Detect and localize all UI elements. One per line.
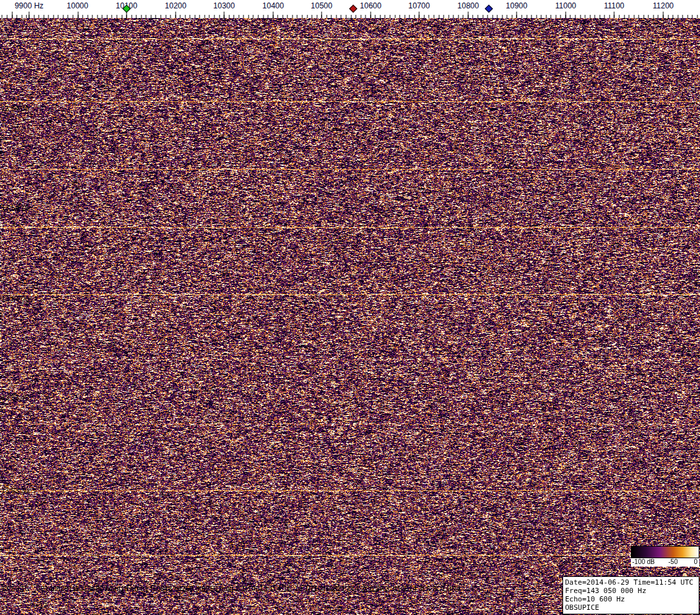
cursor-readout: ^t+12 (30, 601, 47, 609)
freq-tick-label: 10700 (408, 1, 429, 10)
info-station: OBSUPICE (565, 603, 697, 612)
freq-tick-label: 11000 (555, 1, 576, 10)
freq-tick-label: 9900 Hz (15, 1, 44, 10)
time-label: 13:54:30 (1, 105, 29, 112)
colorbar-labels: -100 dB -50 0 (631, 558, 699, 567)
freq-tick-label: 10000 (67, 1, 88, 10)
freq-tick-label: 10900 (506, 1, 527, 10)
info-box: Date=2014-06-29 Time=11:54 UTC Freq=143 … (562, 576, 699, 614)
info-date-time: Date=2014-06-29 Time=11:54 UTC (565, 578, 697, 587)
colorbar-gradient (631, 546, 699, 558)
time-label: 13:53:45 (1, 394, 29, 401)
freq-tick-label: 10500 (311, 1, 332, 10)
colorbar: -100 dB -50 0 (631, 546, 699, 567)
spectrogram-canvas[interactable] (0, 18, 700, 615)
freq-tick-label: 10400 (262, 1, 283, 10)
freq-tick-label: 10600 (360, 1, 381, 10)
waterfall-display[interactable]: 13:54:30 13:54:15 13:54:00 13:53:45 13:5… (0, 18, 700, 615)
time-label: 13:54:15 (1, 204, 29, 212)
freq-tick-label: 10800 (457, 1, 479, 10)
time-label: 13:53:30 (1, 487, 29, 494)
detection-status-line: 20140629115312680 hCnt18 nb-81 f10613 hi… (37, 585, 460, 592)
colorbar-max-label: 0 (694, 558, 697, 565)
time-label: 13:54:00 (1, 295, 29, 303)
freq-tick-label: 10200 (165, 1, 186, 10)
info-echo: Echo=10 600 Hz (565, 595, 697, 603)
info-frequency: Freq=143 050 000 Hz (565, 587, 697, 595)
freq-tick-label: 10300 (213, 1, 234, 10)
frequency-major-ticks (0, 12, 700, 18)
time-label: 13:53:15 (1, 585, 29, 592)
freq-tick-label: 11200 (653, 1, 674, 10)
colorbar-min-label: -100 dB (632, 558, 655, 565)
freq-tick-label: 11100 (604, 1, 624, 10)
spectrogram-app: 9900 Hz 10000 10100 10200 10300 10400 10… (0, 0, 700, 615)
colorbar-mid-label: -50 (668, 558, 677, 565)
frequency-scale[interactable]: 9900 Hz 10000 10100 10200 10300 10400 10… (0, 0, 700, 18)
